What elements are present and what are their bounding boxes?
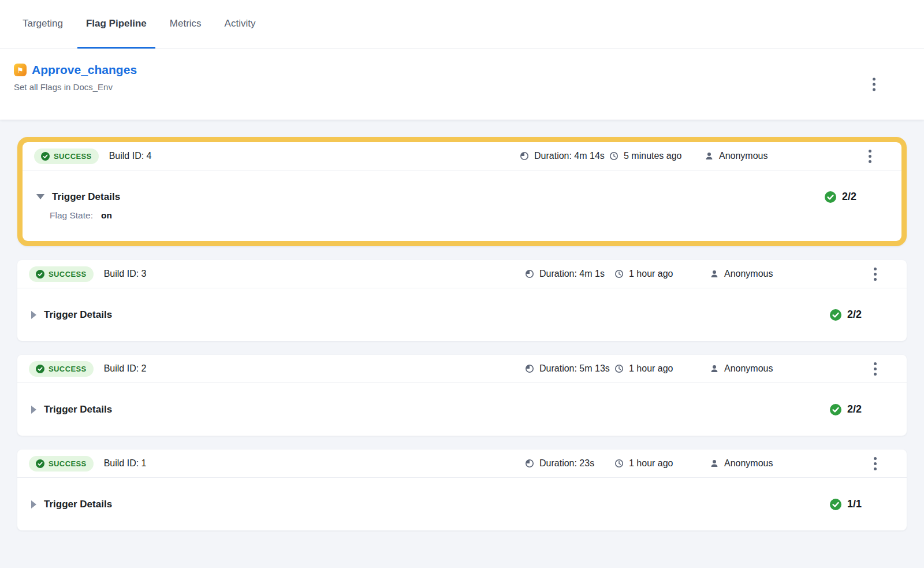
caret-right-icon[interactable] — [31, 406, 36, 414]
time-meta: 5 minutes ago — [609, 151, 705, 161]
page-header: ⚑ Approve_changes Set all Flags in Docs_… — [0, 49, 924, 120]
steps-check-icon — [825, 191, 836, 203]
steps-status: 2/2 — [825, 191, 856, 203]
build-card: SUCCESS Build ID: 1 Duration: 23s 1 hour… — [17, 450, 907, 530]
steps-check-icon — [830, 404, 841, 415]
success-check-icon — [36, 459, 44, 468]
time-label: 1 hour ago — [629, 269, 673, 279]
success-check-icon — [36, 365, 44, 373]
user-meta: Anonymous — [705, 151, 861, 161]
duration-label: Duration: 4m 14s — [534, 151, 605, 161]
flag-state-value: on — [101, 210, 112, 221]
tab-label: Flag Pipeline — [86, 18, 147, 29]
build-id: Build ID: 2 — [104, 363, 147, 374]
kebab-menu-icon[interactable] — [866, 359, 884, 379]
status-label: SUCCESS — [49, 459, 87, 468]
trigger-details-toggle[interactable]: Trigger Details 2/2 — [31, 309, 862, 321]
page-subtitle: Set all Flags in Docs_Env — [14, 82, 137, 92]
status-badge: SUCCESS — [29, 266, 94, 282]
build-card-header: SUCCESS Build ID: 2 Duration: 5m 13s 1 h… — [17, 355, 907, 383]
build-list: SUCCESS Build ID: 4 Duration: 4m 14s 5 m… — [0, 120, 924, 548]
steps-count: 2/2 — [842, 191, 856, 203]
user-meta: Anonymous — [710, 269, 866, 279]
steps-count: 2/2 — [847, 309, 862, 321]
kebab-menu-icon[interactable] — [866, 454, 884, 474]
tab-activity[interactable]: Activity — [216, 0, 264, 49]
time-label: 1 hour ago — [629, 458, 673, 469]
steps-check-icon — [830, 309, 841, 321]
trigger-details-toggle[interactable]: Trigger Details 2/2 — [36, 191, 856, 203]
page-title[interactable]: Approve_changes — [32, 63, 137, 77]
tab-bar: Targeting Flag Pipeline Metrics Activity — [0, 0, 924, 49]
duration-label: Duration: 5m 13s — [539, 363, 610, 374]
user-meta: Anonymous — [710, 458, 866, 469]
duration-label: Duration: 23s — [539, 458, 594, 469]
time-meta: 1 hour ago — [614, 269, 710, 279]
caret-right-icon[interactable] — [31, 500, 36, 508]
build-card: SUCCESS Build ID: 4 Duration: 4m 14s 5 m… — [17, 137, 907, 246]
flag-icon: ⚑ — [14, 64, 27, 76]
build-card-body: Trigger Details 2/2 — [17, 383, 907, 436]
time-label: 5 minutes ago — [624, 151, 682, 161]
clock-icon — [614, 459, 624, 468]
flag-state-row: Flag State: on — [50, 210, 856, 221]
status-label: SUCCESS — [49, 365, 87, 373]
duration-pie-icon — [525, 459, 534, 468]
tab-metrics[interactable]: Metrics — [161, 0, 210, 49]
success-check-icon — [41, 152, 50, 161]
build-card-body: Trigger Details 2/2 — [17, 288, 907, 341]
trigger-details-label: Trigger Details — [52, 191, 120, 203]
user-icon — [710, 269, 719, 279]
user-icon — [705, 151, 714, 161]
duration-meta: Duration: 4m 14s — [520, 151, 609, 161]
kebab-menu-icon[interactable] — [866, 264, 884, 284]
caret-down-icon[interactable] — [36, 194, 44, 199]
build-card-body: Trigger Details 1/1 — [17, 478, 907, 530]
tab-label: Metrics — [170, 18, 202, 29]
status-label: SUCCESS — [49, 270, 87, 279]
user-icon — [710, 364, 719, 373]
success-check-icon — [36, 270, 44, 279]
duration-pie-icon — [525, 269, 534, 279]
time-meta: 1 hour ago — [614, 458, 710, 469]
clock-icon — [609, 151, 619, 161]
user-label: Anonymous — [719, 151, 768, 161]
duration-label: Duration: 4m 1s — [539, 269, 605, 279]
header-kebab-menu-icon[interactable] — [865, 75, 882, 95]
user-label: Anonymous — [724, 269, 773, 279]
build-card-body: Trigger Details 2/2 Flag State: on — [23, 170, 901, 241]
tab-flag-pipeline[interactable]: Flag Pipeline — [77, 0, 155, 49]
user-icon — [710, 459, 719, 468]
flag-state-label: Flag State: — [50, 210, 93, 221]
build-id: Build ID: 4 — [109, 151, 152, 161]
build-card: SUCCESS Build ID: 3 Duration: 4m 1s 1 ho… — [17, 260, 907, 341]
duration-pie-icon — [520, 151, 529, 161]
build-id: Build ID: 1 — [104, 458, 147, 469]
tab-label: Targeting — [23, 18, 63, 29]
title-row: ⚑ Approve_changes — [14, 63, 137, 77]
build-card-header: SUCCESS Build ID: 4 Duration: 4m 14s 5 m… — [23, 142, 901, 170]
kebab-menu-icon[interactable] — [861, 146, 878, 166]
steps-status: 2/2 — [830, 309, 862, 321]
status-badge: SUCCESS — [29, 456, 94, 472]
steps-status: 1/1 — [830, 498, 862, 510]
trigger-details-toggle[interactable]: Trigger Details 1/1 — [31, 498, 862, 510]
trigger-details-toggle[interactable]: Trigger Details 2/2 — [31, 403, 862, 415]
status-badge: SUCCESS — [29, 361, 94, 377]
caret-right-icon[interactable] — [31, 311, 36, 319]
steps-status: 2/2 — [830, 403, 862, 415]
steps-check-icon — [830, 499, 841, 510]
tab-label: Activity — [225, 18, 256, 29]
duration-meta: Duration: 23s — [525, 458, 614, 469]
trigger-details-label: Trigger Details — [44, 404, 112, 415]
build-id: Build ID: 3 — [104, 269, 147, 279]
trigger-details-label: Trigger Details — [44, 499, 112, 510]
status-label: SUCCESS — [54, 152, 92, 161]
header-left: ⚑ Approve_changes Set all Flags in Docs_… — [14, 63, 137, 92]
duration-meta: Duration: 4m 1s — [525, 269, 614, 279]
status-badge: SUCCESS — [34, 149, 99, 164]
duration-pie-icon — [525, 364, 534, 373]
time-label: 1 hour ago — [629, 363, 673, 374]
tab-targeting[interactable]: Targeting — [14, 0, 72, 49]
user-meta: Anonymous — [710, 363, 866, 374]
